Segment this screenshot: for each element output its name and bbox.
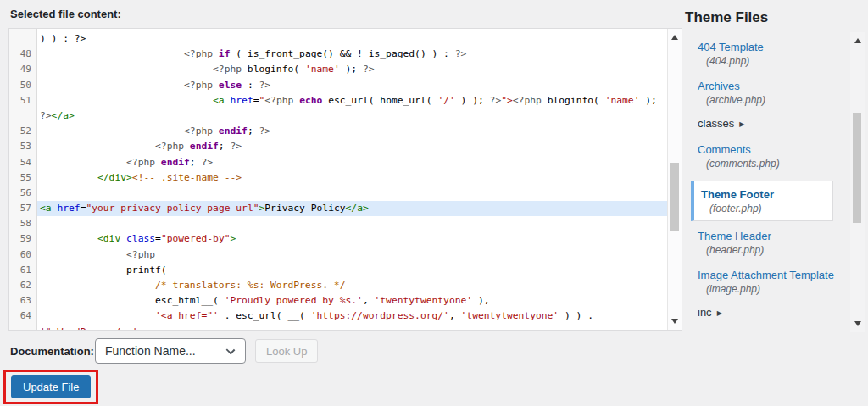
- line-number: 64: [9, 309, 36, 324]
- code-line[interactable]: <?php if ( is_front_page() && ! is_paged…: [37, 47, 667, 62]
- code-line[interactable]: <?php else : ?>: [37, 78, 667, 93]
- line-number: 55: [9, 170, 36, 186]
- theme-file-link[interactable]: Theme Header: [698, 230, 771, 243]
- code-line[interactable]: <a href="<?php echo esc_url( home_url( '…: [37, 93, 667, 108]
- code-line-active[interactable]: <a href="your-privacy-policy-page-url">P…: [37, 201, 667, 216]
- theme-folder-item[interactable]: classes▶: [691, 117, 850, 131]
- line-number: 62: [9, 278, 36, 293]
- code-line[interactable]: '">WordPress</a>': [37, 325, 667, 330]
- code-line[interactable]: <?php endif; ?>: [37, 139, 667, 154]
- line-number: 49: [9, 62, 36, 77]
- folder-expand-icon: ▶: [717, 309, 722, 317]
- theme-files-list: 404 Template(404.php)Archives(archive.ph…: [691, 32, 865, 332]
- folder-label: classes: [698, 117, 734, 130]
- theme-files-heading: Theme Files: [685, 9, 768, 26]
- code-line[interactable]: '<a href="' . esc_url( __( 'https://word…: [37, 309, 667, 324]
- scroll-up-icon[interactable]: [854, 38, 861, 43]
- theme-file-item[interactable]: Theme Header(header.php): [691, 228, 850, 257]
- code-line[interactable]: <?php: [37, 247, 667, 263]
- line-number: [9, 108, 36, 124]
- theme-file-name: (header.php): [698, 243, 850, 257]
- sidebar-scrollbar[interactable]: [850, 32, 865, 332]
- theme-file-item[interactable]: 404 Template(404.php): [691, 39, 850, 68]
- code-line[interactable]: </div><!-- .site-name -->: [37, 170, 667, 186]
- theme-file-item-selected[interactable]: Theme Footer(footer.php): [691, 181, 833, 221]
- scroll-down-icon[interactable]: [854, 321, 861, 326]
- line-number: 59: [9, 231, 36, 247]
- code-line[interactable]: <?php bloginfo( 'name' ); ?>: [37, 62, 667, 77]
- theme-file-name: (archive.php): [698, 93, 850, 107]
- theme-file-name: (image.php): [698, 282, 850, 296]
- documentation-select-value: Function Name...: [105, 344, 196, 358]
- theme-file-link[interactable]: Image Attachment Template: [698, 269, 834, 282]
- code-line[interactable]: [37, 186, 667, 201]
- line-number: 61: [9, 263, 36, 278]
- folder-expand-icon: ▶: [739, 120, 744, 128]
- documentation-label: Documentation:: [10, 345, 94, 358]
- line-number: 58: [9, 216, 36, 231]
- line-number: 52: [9, 124, 36, 139]
- line-number: [9, 31, 36, 47]
- line-number: 50: [9, 78, 36, 93]
- code-line[interactable]: ?></a>: [37, 108, 667, 124]
- code-line[interactable]: <?php endif; ?>: [37, 124, 667, 139]
- page: { "colors": { "page_bg": "#f0f0f1", "acc…: [0, 0, 868, 406]
- code-line[interactable]: /* translators: %s: WordPress. */: [37, 278, 667, 293]
- code-line[interactable]: [37, 216, 667, 231]
- code-editor[interactable]: 4849505152535455565758596061626364 ) ) :…: [8, 28, 682, 331]
- look-up-button[interactable]: Look Up: [255, 339, 318, 363]
- annotation-highlight-box: Update File: [3, 370, 98, 404]
- theme-file-link[interactable]: Archives: [698, 80, 740, 93]
- sidebar-scrollbar-thumb[interactable]: [853, 113, 861, 223]
- selected-file-content-label: Selected file content:: [10, 8, 121, 20]
- update-file-button[interactable]: Update File: [11, 375, 91, 398]
- code-line[interactable]: ) ) : ?>: [37, 31, 667, 47]
- line-number: 60: [9, 247, 36, 263]
- line-number: 54: [9, 155, 36, 170]
- theme-file-name: (footer.php): [701, 202, 826, 215]
- code-line[interactable]: <?php endif; ?>: [37, 155, 667, 170]
- scroll-down-icon[interactable]: [671, 319, 678, 324]
- code-line[interactable]: esc_html__( 'Proudly powered by %s.', 't…: [37, 293, 667, 309]
- theme-file-name: (404.php): [698, 54, 850, 68]
- theme-files-items: 404 Template(404.php)Archives(archive.ph…: [691, 39, 850, 332]
- line-number: 48: [9, 47, 36, 62]
- line-number: 57: [9, 201, 36, 216]
- editor-scrollbar-thumb[interactable]: [670, 163, 679, 231]
- theme-file-link[interactable]: Theme Footer: [701, 188, 774, 202]
- theme-file-link[interactable]: Comments: [698, 143, 751, 157]
- line-number: 56: [9, 186, 36, 201]
- code-lines[interactable]: ) ) : ?> <?php if ( is_front_page() && !…: [37, 29, 667, 330]
- chevron-down-icon: [226, 346, 236, 355]
- editor-scrollbar[interactable]: [667, 29, 682, 330]
- documentation-select[interactable]: Function Name...: [95, 338, 246, 364]
- theme-file-link[interactable]: 404 Template: [698, 41, 764, 54]
- line-numbers: 4849505152535455565758596061626364: [9, 29, 37, 330]
- folder-label: inc: [698, 306, 712, 319]
- theme-file-item[interactable]: Image Attachment Template(image.php): [691, 267, 850, 296]
- line-number: 53: [9, 139, 36, 154]
- scroll-up-icon[interactable]: [671, 35, 678, 40]
- theme-folder-item[interactable]: inc▶: [691, 306, 850, 320]
- theme-file-item[interactable]: Archives(archive.php): [691, 78, 850, 107]
- code-line[interactable]: printf(: [37, 263, 667, 278]
- line-number: 51: [9, 93, 36, 108]
- theme-file-name: (comments.php): [698, 157, 850, 170]
- theme-file-item[interactable]: Main Index Template: [691, 331, 850, 332]
- line-number: [9, 325, 36, 331]
- theme-file-item[interactable]: Comments(comments.php): [691, 142, 850, 170]
- line-number: 63: [9, 293, 36, 309]
- code-line[interactable]: <div class="powered-by">: [37, 231, 667, 247]
